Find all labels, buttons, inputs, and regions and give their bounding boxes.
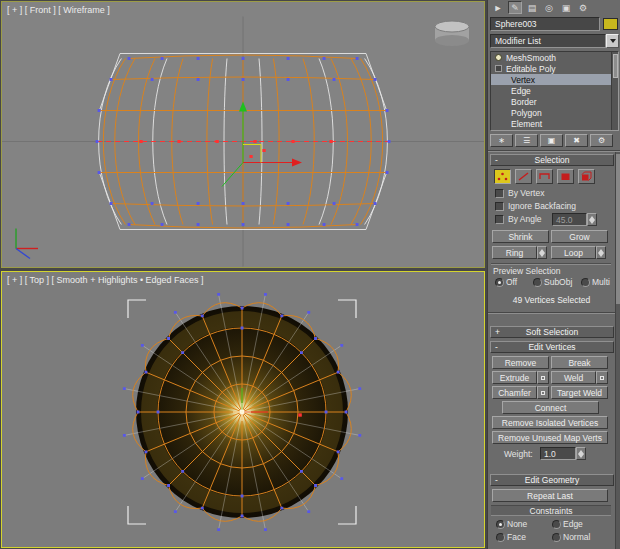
stack-toolbar: ∗ ☰ ▣ ✖ ⚙ xyxy=(490,134,613,147)
stack-item-editable-poly[interactable]: Editable Poly xyxy=(491,63,618,74)
constraints-label: Constraints xyxy=(530,506,573,516)
weight-value-field[interactable]: 1.0 xyxy=(540,447,576,460)
preview-off-label: Off xyxy=(506,277,517,287)
preview-multi-label: Multi xyxy=(592,277,610,287)
border-mode-button[interactable] xyxy=(536,169,553,184)
stack-scrollbar[interactable] xyxy=(611,52,618,130)
weight-label: Weight: xyxy=(504,449,533,459)
vertex-mode-button[interactable] xyxy=(494,169,511,184)
viewport-front[interactable]: [ + ] [ Front ] [ Wireframe ] xyxy=(1,1,485,268)
loop-button[interactable]: Loop xyxy=(551,246,596,259)
stack-item-meshsmooth[interactable]: MeshSmooth xyxy=(491,52,618,63)
modifier-list-dropdown[interactable]: Modifier List xyxy=(490,34,606,48)
preview-multi-radio[interactable] xyxy=(581,278,590,287)
rollout-title: Edit Geometry xyxy=(525,475,579,485)
scrollbar-thumb[interactable] xyxy=(616,154,620,304)
element-icon xyxy=(580,171,593,182)
constraint-edge-label: Edge xyxy=(563,519,583,529)
collapse-icon: - xyxy=(495,342,498,353)
modifier-enabled-icon[interactable] xyxy=(495,54,502,61)
expand-icon[interactable] xyxy=(495,65,502,72)
chamfer-button[interactable]: Chamfer xyxy=(492,386,537,399)
stack-item-edge[interactable]: Edge xyxy=(491,85,618,96)
stack-item-border[interactable]: Border xyxy=(491,96,618,107)
make-unique-button[interactable]: ▣ xyxy=(540,134,563,147)
edge-icon xyxy=(517,171,530,182)
scrollbar-thumb[interactable] xyxy=(613,54,618,78)
stack-item-vertex[interactable]: Vertex xyxy=(491,74,618,85)
break-button[interactable]: Break xyxy=(551,356,608,369)
utilities-tab-icon[interactable]: ⚙ xyxy=(576,1,590,14)
border-icon xyxy=(538,171,551,182)
constraint-none-radio[interactable] xyxy=(496,520,505,529)
object-color-swatch[interactable] xyxy=(603,18,618,30)
viewport-top[interactable]: [ + ] [ Top ] [ Smooth + Highlights • Ed… xyxy=(1,271,485,548)
target-weld-button[interactable]: Target Weld xyxy=(551,386,608,399)
viewport-top-label[interactable]: [ + ] [ Top ] [ Smooth + Highlights • Ed… xyxy=(7,275,204,285)
chamfer-settings-button[interactable] xyxy=(537,386,549,399)
modifier-list-arrow-icon[interactable] xyxy=(606,34,619,48)
ignore-backfacing-checkbox[interactable] xyxy=(495,202,504,211)
rollout-edit-vertices-header[interactable]: -Edit Vertices xyxy=(490,341,614,353)
stack-item-label: MeshSmooth xyxy=(506,53,556,63)
viewport-front-label[interactable]: [ + ] [ Front ] [ Wireframe ] xyxy=(7,5,110,15)
object-name-field[interactable]: Sphere003 xyxy=(490,17,600,31)
preview-subobj-label: SubObj xyxy=(544,277,572,287)
remove-modifier-button[interactable]: ✖ xyxy=(565,134,588,147)
connect-button[interactable]: Connect xyxy=(502,401,599,414)
pin-stack-button[interactable]: ∗ xyxy=(490,134,513,147)
weld-button[interactable]: Weld xyxy=(551,371,596,384)
shrink-button[interactable]: Shrink xyxy=(492,230,549,243)
modify-tab-icon[interactable]: ✎ xyxy=(508,1,522,14)
rollout-soft-selection-header[interactable]: +Soft Selection xyxy=(490,326,614,338)
grow-button[interactable]: Grow xyxy=(551,230,608,243)
panel-scrollbar[interactable] xyxy=(615,152,620,549)
loop-spinner[interactable] xyxy=(596,246,606,259)
element-mode-button[interactable] xyxy=(578,169,595,184)
by-vertex-checkbox[interactable] xyxy=(495,189,504,198)
preview-off-radio[interactable] xyxy=(495,278,504,287)
rollout-edit-geometry-header[interactable]: -Edit Geometry xyxy=(490,474,614,486)
create-tab-icon[interactable]: ► xyxy=(491,1,505,14)
stack-item-label: Editable Poly xyxy=(506,64,556,74)
selected-vertices[interactable] xyxy=(141,142,331,157)
motion-tab-icon[interactable]: ◎ xyxy=(542,1,556,14)
constraints-group-label: Constraints xyxy=(491,505,611,516)
show-end-result-button[interactable]: ☰ xyxy=(515,134,538,147)
by-angle-spinner[interactable] xyxy=(587,213,597,226)
scene-object-secondary[interactable] xyxy=(435,21,469,46)
rollout-title: Selection xyxy=(535,155,570,165)
preview-subobj-radio[interactable] xyxy=(533,278,542,287)
repeat-last-button[interactable]: Repeat Last xyxy=(492,489,608,502)
weight-spinner[interactable] xyxy=(576,447,586,460)
by-angle-checkbox[interactable] xyxy=(495,215,504,224)
extrude-button[interactable]: Extrude xyxy=(492,371,537,384)
modifier-stack-list: MeshSmooth Editable Poly Vertex Edge Bor… xyxy=(490,51,619,131)
vertex-icon xyxy=(496,171,509,182)
stack-item-element[interactable]: Element xyxy=(491,118,618,129)
extrude-settings-button[interactable] xyxy=(537,371,549,384)
rollout-title: Edit Vertices xyxy=(528,342,575,352)
remove-isolated-vertices-button[interactable]: Remove Isolated Vertices xyxy=(492,416,608,429)
edge-mode-button[interactable] xyxy=(515,169,532,184)
stack-item-polygon[interactable]: Polygon xyxy=(491,107,618,118)
top-viewport-scene xyxy=(2,272,484,547)
constraint-normal-radio[interactable] xyxy=(552,533,561,542)
ignore-backfacing-label: Ignore Backfacing xyxy=(508,201,576,211)
configure-modifier-sets-button[interactable]: ⚙ xyxy=(590,134,613,147)
remove-unused-map-verts-button[interactable]: Remove Unused Map Verts xyxy=(492,431,608,444)
polygon-mode-button[interactable] xyxy=(557,169,574,184)
separator xyxy=(488,312,620,314)
ring-spinner[interactable] xyxy=(537,246,547,259)
remove-button[interactable]: Remove xyxy=(492,356,549,369)
separator xyxy=(491,263,611,265)
display-tab-icon[interactable]: ▣ xyxy=(559,1,573,14)
constraint-edge-radio[interactable] xyxy=(552,520,561,529)
by-angle-value-field[interactable]: 45.0 xyxy=(552,213,587,226)
hierarchy-tab-icon[interactable]: ▤ xyxy=(525,1,539,14)
rollout-selection-header[interactable]: -Selection xyxy=(490,154,614,166)
weld-settings-button[interactable] xyxy=(596,371,608,384)
ring-button[interactable]: Ring xyxy=(492,246,537,259)
constraint-face-radio[interactable] xyxy=(496,533,505,542)
separator xyxy=(488,150,620,152)
